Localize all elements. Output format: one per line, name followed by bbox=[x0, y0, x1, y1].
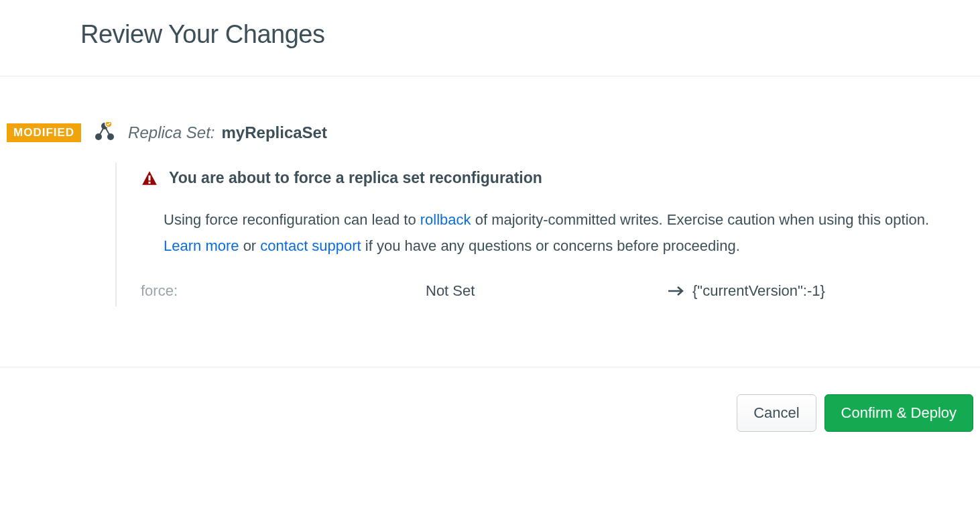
content-area: MODIFIED Replica Set: myReplicaSet bbox=[0, 76, 980, 367]
diff-label: force: bbox=[141, 282, 426, 300]
page-title: Review Your Changes bbox=[80, 20, 980, 49]
change-row: MODIFIED Replica Set: myReplicaSet bbox=[7, 123, 973, 162]
diff-row: force: Not Set {"currentVersion":-1} bbox=[141, 282, 973, 300]
warning-title: You are about to force a replica set rec… bbox=[169, 169, 542, 187]
replica-name: myReplicaSet bbox=[222, 123, 327, 142]
warning-text-3: or bbox=[239, 237, 261, 254]
arrow-right-icon bbox=[667, 285, 684, 297]
modified-badge: MODIFIED bbox=[7, 123, 81, 142]
contact-support-link[interactable]: contact support bbox=[260, 237, 361, 254]
warning-text-2: of majority-committed writes. Exercise c… bbox=[471, 211, 930, 228]
footer-actions: Cancel Confirm & Deploy bbox=[0, 367, 980, 452]
diff-old-value: Not Set bbox=[426, 282, 667, 300]
svg-rect-6 bbox=[148, 175, 150, 180]
page-header: Review Your Changes bbox=[0, 0, 980, 76]
replica-header: Replica Set: myReplicaSet bbox=[128, 123, 327, 142]
replica-type-label: Replica Set: bbox=[128, 123, 215, 142]
replica-set-icon bbox=[95, 122, 115, 141]
diff-new-value: {"currentVersion":-1} bbox=[692, 282, 825, 300]
cancel-button[interactable]: Cancel bbox=[737, 394, 816, 432]
svg-rect-7 bbox=[148, 181, 150, 183]
svg-line-3 bbox=[99, 126, 105, 137]
rollback-link[interactable]: rollback bbox=[420, 211, 471, 228]
confirm-deploy-button[interactable]: Confirm & Deploy bbox=[824, 394, 973, 432]
learn-more-link[interactable]: Learn more bbox=[164, 237, 239, 254]
warning-text-4: if you have any questions or concerns be… bbox=[361, 237, 740, 254]
warning-body: Using force reconfiguration can lead to … bbox=[164, 207, 961, 259]
warning-icon bbox=[141, 170, 158, 187]
warning-text-1: Using force reconfiguration can lead to bbox=[164, 211, 420, 228]
change-details: You are about to force a replica set rec… bbox=[115, 162, 973, 306]
warning-header: You are about to force a replica set rec… bbox=[141, 169, 973, 187]
